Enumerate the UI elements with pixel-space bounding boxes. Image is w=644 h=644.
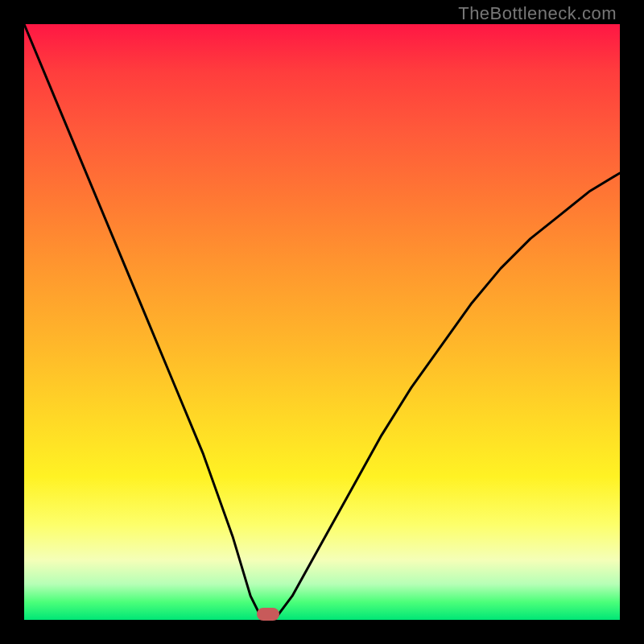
optimal-point-marker: [257, 608, 279, 621]
plot-area: [24, 24, 620, 620]
bottleneck-curve: [24, 24, 620, 620]
chart-frame: TheBottleneck.com: [0, 0, 644, 644]
watermark-text: TheBottleneck.com: [458, 3, 617, 24]
